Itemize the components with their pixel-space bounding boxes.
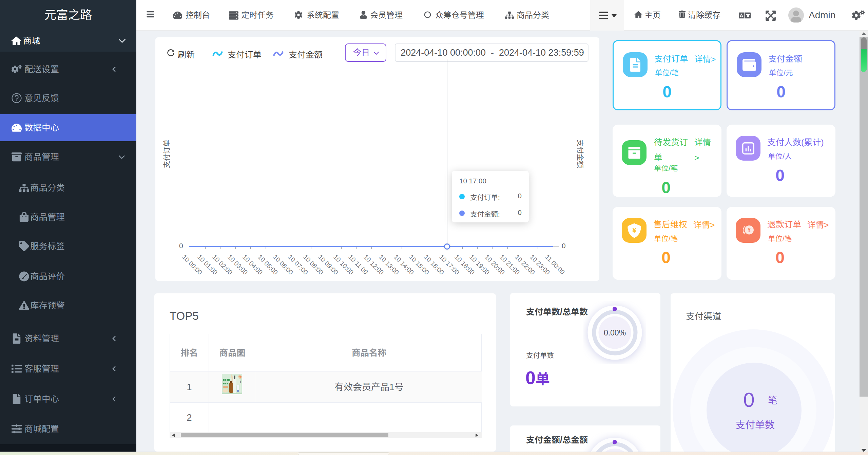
- svg-text:支付单数: 支付单数: [735, 420, 775, 431]
- svg-text:笔: 笔: [768, 395, 777, 406]
- svg-text:0: 0: [743, 388, 754, 411]
- svg-text:¥: ¥: [748, 226, 751, 233]
- svg-text:¥: ¥: [632, 226, 636, 234]
- svg-text:0.00%: 0.00%: [604, 328, 626, 337]
